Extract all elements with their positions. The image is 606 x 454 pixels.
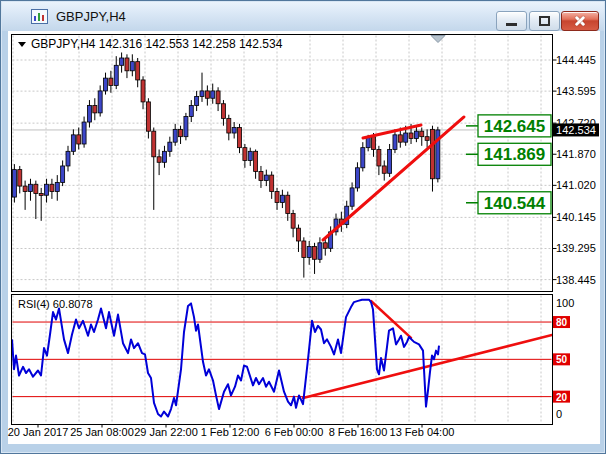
svg-text:138.445: 138.445 [556,274,596,286]
close-button[interactable] [561,11,599,31]
svg-text:1 Feb 12:00: 1 Feb 12:00 [201,426,260,438]
price-level-labels[interactable]: 142.645141.869140.544 [466,115,551,214]
svg-text:140.544: 140.544 [484,194,546,213]
svg-text:100: 100 [556,297,574,309]
svg-text:20: 20 [556,392,568,403]
svg-text:142.534: 142.534 [556,124,596,136]
svg-text:29 Jan 22:00: 29 Jan 22:00 [134,426,198,438]
svg-text:80: 80 [556,317,568,328]
svg-text:144.445: 144.445 [556,54,596,66]
svg-text:141.870: 141.870 [556,148,596,160]
rsi-indicator-label: RSI(4) 60.8078 [18,298,93,310]
chart-window: GBPJPY,H4 GBPJPY,H4 142.316 142.553 142.… [0,0,606,454]
minimize-button[interactable] [496,11,527,31]
svg-text:13 Feb 04:00: 13 Feb 04:00 [390,426,455,438]
chart-canvas: GBPJPY,H4 142.316 142.553 142.258 142.53… [1,1,606,454]
svg-text:143.595: 143.595 [556,85,596,97]
svg-text:25 Jan 08:00: 25 Jan 08:00 [70,426,134,438]
svg-text:20 Jan 2017: 20 Jan 2017 [8,426,69,438]
svg-text:142.645: 142.645 [484,117,545,136]
symbol-header: GBPJPY,H4 142.316 142.553 142.258 142.53… [18,37,283,51]
svg-text:141.020: 141.020 [556,179,596,191]
chart-icon [31,9,48,24]
price-axis[interactable]: 144.445143.595142.720141.870141.020140.1… [553,35,601,292]
svg-text:141.869: 141.869 [484,145,545,164]
svg-text:50: 50 [556,354,568,365]
panel-splitter[interactable] [12,292,553,295]
svg-text:0: 0 [556,408,562,420]
svg-text:8 Feb 16:00: 8 Feb 16:00 [329,426,388,438]
svg-text:139.295: 139.295 [556,242,596,254]
window-title: GBPJPY,H4 [56,9,126,24]
restore-button[interactable] [529,11,560,31]
svg-text:GBPJPY,H4 142.316 142.553 142: GBPJPY,H4 142.316 142.553 142.258 142.53… [31,37,283,51]
main-chart-plot[interactable] [12,35,553,292]
rsi-axis[interactable]: 8050201000 [553,297,574,420]
svg-text:6 Feb 00:00: 6 Feb 00:00 [265,426,324,438]
svg-text:140.145: 140.145 [556,211,596,223]
window-titlebar[interactable]: GBPJPY,H4 [2,2,604,31]
time-axis[interactable]: 20 Jan 201725 Jan 08:0029 Jan 22:001 Feb… [8,425,553,442]
